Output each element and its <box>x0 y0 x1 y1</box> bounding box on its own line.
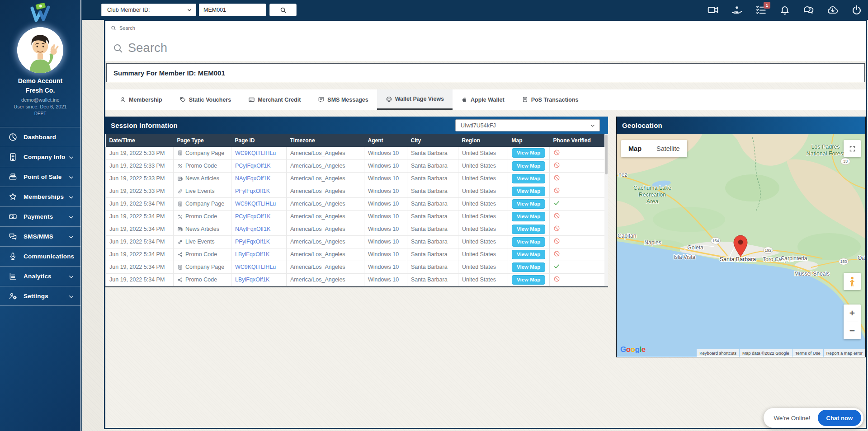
cell-city: Santa Barbara <box>407 159 458 172</box>
page-id-link[interactable]: PCylFqxOlf1K <box>235 163 271 169</box>
tab-bar: MembershipStatic VouchersMerchant Credit… <box>105 89 866 110</box>
page-id-link[interactable]: PFylFqxOlf1K <box>235 188 270 194</box>
google-logo-letter: o <box>631 345 635 354</box>
table-scrollbar-thumb[interactable] <box>605 135 608 174</box>
page-id-link[interactable]: PCylFqxOlf1K <box>235 213 271 220</box>
member-id-input[interactable] <box>199 4 266 16</box>
view-map-button[interactable]: View Map <box>512 199 545 209</box>
geolocation-panel-title: Geolocation <box>622 122 662 129</box>
page-type-label: Promo Code <box>185 251 217 258</box>
page-id-link[interactable]: PFylFqxOlf1K <box>235 239 270 245</box>
cell-page-type: News Articles <box>174 223 231 235</box>
global-search-placeholder: Search <box>128 41 167 55</box>
zoom-out-button[interactable]: − <box>844 322 861 339</box>
cell-datetime: Jun 19, 2022 5:33 PM <box>106 159 174 172</box>
page-id-link[interactable]: NAylFqxOlf1K <box>235 175 270 182</box>
tab-sms-messages[interactable]: SMS Messages <box>309 89 377 110</box>
sidebar-item-label: Dashboard <box>24 134 74 141</box>
power-icon[interactable] <box>851 4 863 16</box>
map-zoom-control: + − <box>844 305 861 339</box>
view-map-button[interactable]: View Map <box>512 237 545 247</box>
member-search-button[interactable] <box>269 4 297 16</box>
view-map-button[interactable]: View Map <box>512 212 545 221</box>
page-id-link[interactable]: LBylFqxOlf1K <box>235 276 269 283</box>
view-map-button[interactable]: View Map <box>512 148 545 158</box>
view-map-button[interactable]: View Map <box>512 187 545 196</box>
hub-icon <box>177 277 183 283</box>
sidebar-item-memberships[interactable]: Memberships <box>0 187 80 206</box>
sidebar-item-communications[interactable]: Communications <box>0 246 80 266</box>
cell-phone-verified <box>550 147 605 159</box>
main-panel: Search Search Summary For Member ID: MEM… <box>104 20 867 429</box>
sidebar-item-sms-mms[interactable]: SMS/MMS <box>0 226 80 246</box>
cloud-download-icon[interactable] <box>827 4 839 16</box>
map-label: Oak <box>858 255 865 261</box>
payments-icon <box>8 212 18 221</box>
wallet-logo-icon <box>28 3 52 23</box>
map-canvas[interactable]: 15419233150Los PadresNational ForestCach… <box>617 134 865 357</box>
tasks-icon[interactable]: 1 <box>755 4 767 16</box>
hand-heart-icon[interactable] <box>731 4 743 16</box>
page-id-link[interactable]: WC9KQtTLIHLu <box>235 264 276 270</box>
view-map-button[interactable]: View Map <box>512 250 545 259</box>
table-row: Jun 19, 2022 5:33 PMCompany PageWC9KQtTL… <box>106 147 605 159</box>
tab-apple-wallet[interactable]: Apple Wallet <box>453 89 513 110</box>
global-search-input[interactable]: Search <box>105 35 866 61</box>
sidebar-item-settings[interactable]: Settings <box>0 286 80 306</box>
tab-membership[interactable]: Membership <box>111 89 171 110</box>
cell-phone-verified <box>550 185 605 197</box>
tab-label: Apple Wallet <box>471 97 505 103</box>
page-id-link[interactable]: LBylFqxOlf1K <box>235 251 269 258</box>
view-map-button[interactable]: View Map <box>512 275 545 285</box>
tab-wallet-page-views[interactable]: Wallet Page Views <box>377 89 453 110</box>
video-icon[interactable] <box>707 4 719 16</box>
cell-page-id: PFylFqxOlf1K <box>231 185 287 197</box>
cell-region: United States <box>458 261 508 273</box>
cell-page-type: Promo Code <box>174 273 231 286</box>
map-footer-link[interactable]: Terms of Use <box>793 349 823 357</box>
fullscreen-button[interactable] <box>844 140 861 157</box>
page-id-link[interactable]: WC9KQtTLIHLu <box>235 150 276 156</box>
cell-region: United States <box>458 197 508 210</box>
satellite-button[interactable]: Satellite <box>649 140 687 157</box>
not-verified-icon <box>553 277 560 284</box>
map-footer-link[interactable]: Keyboard shortcuts <box>697 349 739 357</box>
page-id-link[interactable]: WC9KQtTLIHLu <box>235 201 276 207</box>
view-map-button[interactable]: View Map <box>512 262 545 272</box>
tab-pos-transactions[interactable]: PoS Transactions <box>513 89 587 110</box>
chat-status-label: We're Online! <box>774 415 810 422</box>
cell-city: Santa Barbara <box>407 172 458 185</box>
cell-phone-verified <box>550 273 605 286</box>
tab-merchant-credit[interactable]: Merchant Credit <box>240 89 309 110</box>
tab-label: Merchant Credit <box>258 97 301 103</box>
cell-city: Santa Barbara <box>407 147 458 159</box>
map-footer-link[interactable]: Map data ©2022 Google <box>740 349 792 357</box>
member-id-select[interactable]: Club Member ID: <box>101 4 196 16</box>
sidebar-item-dashboard[interactable]: Dashboard <box>0 127 80 147</box>
pegman-button[interactable] <box>844 273 861 290</box>
news-icon <box>177 176 183 182</box>
page-id-link[interactable]: NAylFqxOlf1K <box>235 226 270 232</box>
view-map-button[interactable]: View Map <box>512 225 545 234</box>
table-row: Jun 19, 2022 5:34 PMNews ArticlesNAylFqx… <box>106 223 605 235</box>
sidebar-item-point-of-sale[interactable]: Point of Sale <box>0 167 80 187</box>
cell-city: Santa Barbara <box>407 248 458 261</box>
sidebar-item-analytics[interactable]: Analytics <box>0 266 80 286</box>
tab-static-vouchers[interactable]: Static Vouchers <box>171 89 240 110</box>
sidebar-item-company-info[interactable]: Company Info <box>0 147 80 167</box>
map-footer-link[interactable]: Report a map error <box>824 349 865 357</box>
mini-search-bar[interactable]: Search <box>105 21 866 35</box>
view-map-button[interactable]: View Map <box>512 174 545 183</box>
chats-icon[interactable] <box>803 4 815 16</box>
session-select[interactable]: UIwti7U54kFJ <box>455 119 600 131</box>
cell-datetime: Jun 19, 2022 5:34 PM <box>106 235 174 248</box>
chat-now-button[interactable]: Chat now <box>818 410 862 426</box>
google-logo[interactable]: Google <box>620 345 646 354</box>
cell-map: View Map <box>508 223 550 235</box>
sidebar-item-payments[interactable]: Payments <box>0 206 80 226</box>
view-map-button[interactable]: View Map <box>512 161 545 171</box>
map-button[interactable]: Map <box>621 140 649 157</box>
company-page-icon <box>177 201 183 207</box>
bell-icon[interactable] <box>779 4 791 16</box>
zoom-in-button[interactable]: + <box>844 305 861 322</box>
